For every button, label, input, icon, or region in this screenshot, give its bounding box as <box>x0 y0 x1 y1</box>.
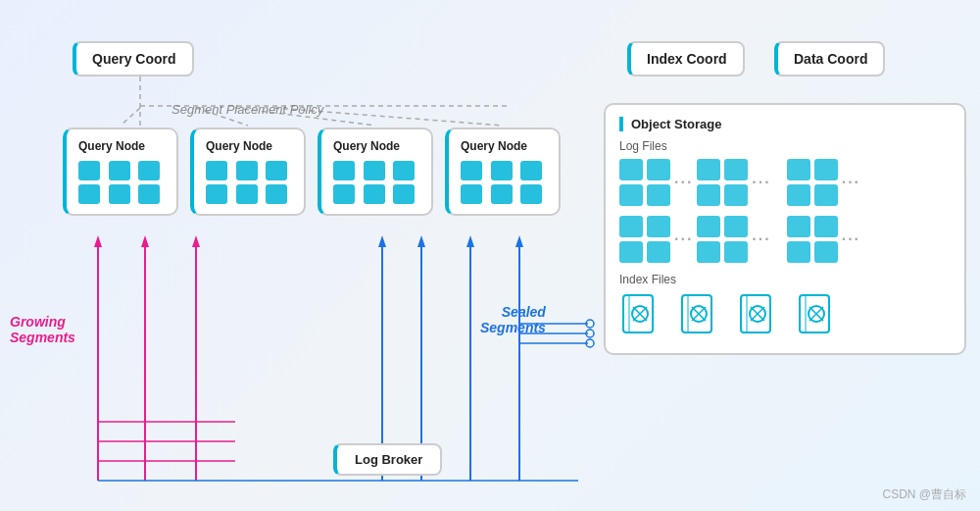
block <box>109 184 130 204</box>
segment-policy-label: Segment Placement Policy <box>172 102 323 117</box>
file-block <box>787 159 810 180</box>
index-coord-label: Index Coord <box>647 51 727 67</box>
block <box>461 161 482 180</box>
file-block <box>814 184 838 206</box>
svg-point-35 <box>586 339 594 347</box>
query-node-1-grid <box>78 161 165 204</box>
sealed-segments-label: Sealed Segments <box>480 304 546 335</box>
log-file-grid-1 <box>619 159 670 206</box>
block <box>364 184 385 204</box>
file-block <box>787 184 810 206</box>
object-storage-panel: Object Storage Log Files ··· ··· <box>604 103 966 355</box>
file-block <box>697 241 720 263</box>
log-file-grid-3 <box>787 159 838 206</box>
file-block <box>697 184 720 206</box>
log-broker-box: Log Broker <box>333 443 442 476</box>
index-files-section: Index Files <box>619 273 951 341</box>
log-file-grid-6 <box>787 216 838 263</box>
block <box>138 161 160 180</box>
file-block <box>724 216 748 237</box>
block <box>520 184 542 204</box>
block <box>266 161 287 180</box>
index-file-icon-1 <box>619 292 662 341</box>
query-node-2: Query Node <box>190 128 306 216</box>
query-node-4-grid <box>461 161 547 204</box>
file-block <box>787 241 810 263</box>
block <box>491 161 513 180</box>
query-node-1-label: Query Node <box>78 139 165 153</box>
dots-separator: ··· <box>674 230 693 248</box>
query-node-4: Query Node <box>445 128 561 216</box>
file-block <box>619 184 643 206</box>
file-block <box>647 216 670 237</box>
query-node-2-grid <box>206 161 292 204</box>
log-file-grid-4 <box>619 216 670 263</box>
file-block <box>619 159 643 180</box>
block <box>206 184 227 204</box>
diagram-container: Query Coord Index Coord Data Coord Segme… <box>0 0 980 511</box>
query-node-3-label: Query Node <box>333 139 419 153</box>
query-node-3-grid <box>333 161 419 204</box>
query-coord-box: Query Coord <box>73 41 194 77</box>
index-files-label: Index Files <box>619 273 951 286</box>
watermark: CSDN @曹自标 <box>882 486 966 503</box>
file-block <box>814 241 838 263</box>
query-node-3: Query Node <box>318 128 433 216</box>
file-block <box>724 159 748 180</box>
log-files-row-2: ··· ··· ··· <box>619 216 951 263</box>
block <box>393 161 415 180</box>
file-block <box>647 241 670 263</box>
block <box>138 184 160 204</box>
query-node-1: Query Node <box>63 128 178 216</box>
query-coord-label: Query Coord <box>92 51 176 67</box>
svg-marker-23 <box>417 235 425 247</box>
file-block <box>697 159 720 180</box>
block <box>393 184 415 204</box>
block <box>109 161 130 180</box>
index-file-icon-2 <box>678 292 721 341</box>
file-block <box>647 159 670 180</box>
svg-marker-14 <box>192 235 200 247</box>
block <box>266 184 287 204</box>
block <box>520 161 542 180</box>
block <box>206 161 227 180</box>
log-broker-label: Log Broker <box>355 452 422 467</box>
block <box>236 161 258 180</box>
growing-segments-label: Growing Segments <box>10 314 75 345</box>
file-block <box>724 241 748 263</box>
data-coord-label: Data Coord <box>794 51 867 67</box>
block <box>491 184 513 204</box>
svg-point-31 <box>586 320 594 328</box>
dots-separator: ··· <box>842 230 860 248</box>
block <box>461 184 482 204</box>
svg-marker-29 <box>515 235 523 247</box>
svg-marker-11 <box>141 235 149 247</box>
log-file-grid-2 <box>697 159 748 206</box>
object-storage-title: Object Storage <box>619 117 951 131</box>
log-file-grid-5 <box>697 216 748 263</box>
file-block <box>814 216 838 237</box>
file-block <box>647 184 670 206</box>
block <box>333 184 355 204</box>
index-icons-row <box>619 292 951 341</box>
log-files-label: Log Files <box>619 139 951 153</box>
block <box>236 184 258 204</box>
block <box>333 161 355 180</box>
dots-separator: ··· <box>674 174 693 191</box>
svg-point-33 <box>586 330 594 337</box>
log-files-row-1: ··· ··· ··· <box>619 159 951 206</box>
block <box>78 161 100 180</box>
index-file-icon-4 <box>796 292 839 341</box>
svg-line-1 <box>121 108 140 126</box>
query-node-4-label: Query Node <box>461 139 547 153</box>
dots-separator: ··· <box>842 174 860 191</box>
index-file-icon-3 <box>737 292 780 341</box>
data-coord-box: Data Coord <box>774 41 885 77</box>
file-block <box>814 159 838 180</box>
svg-marker-8 <box>94 235 102 247</box>
query-node-2-label: Query Node <box>206 139 292 153</box>
index-coord-box: Index Coord <box>627 41 745 77</box>
svg-marker-20 <box>378 235 386 247</box>
file-block <box>697 216 720 237</box>
svg-marker-26 <box>466 235 474 247</box>
